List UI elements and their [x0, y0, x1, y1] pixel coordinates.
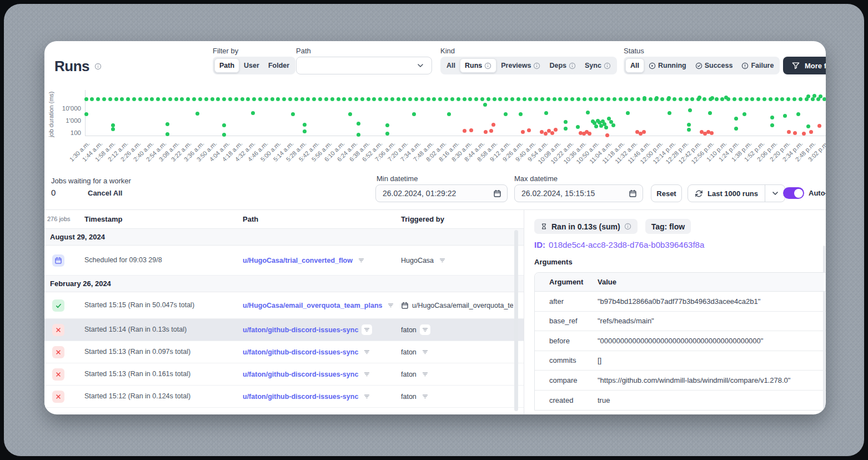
- run-id-label: ID:: [534, 240, 545, 249]
- run-row[interactable]: Started 15:13 (Ran in 0.097s total)u/fat…: [44, 341, 524, 363]
- argument-value: true: [598, 396, 610, 404]
- filter-by-path[interactable]: Path: [214, 58, 239, 73]
- argument-value: "b97b4bd12866a0b7adf77b3b4963d3acee4ca2b…: [598, 297, 760, 306]
- date-section-header: February 26, 2024: [44, 276, 524, 292]
- path-label: Path: [296, 47, 311, 55]
- argument-value: []: [598, 356, 601, 364]
- kind-runs[interactable]: Runs: [460, 58, 496, 73]
- toggle-knob: [794, 189, 803, 198]
- argument-row[interactable]: compare"https://github.com/windmill-labs…: [535, 371, 826, 391]
- argument-row[interactable]: commits[]: [535, 351, 826, 371]
- arguments-label: Arguments: [534, 258, 573, 266]
- info-icon: [604, 62, 611, 69]
- status-all[interactable]: All: [625, 58, 644, 73]
- kind-group: AllRunsPreviewsDepsSync: [440, 57, 617, 74]
- run-row[interactable]: Started 15:15 (Ran in 50.047s total)u/Hu…: [44, 292, 524, 319]
- auto-refresh-toggle[interactable]: [783, 187, 804, 199]
- filter-icon[interactable]: [420, 391, 430, 402]
- x-tick-label: 3:36 a.m.: [165, 140, 205, 180]
- filter-icon[interactable]: [362, 369, 372, 379]
- run-timestamp: Started 15:12 (Ran in 0.124s total): [84, 392, 190, 400]
- filter-icon[interactable]: [420, 324, 430, 335]
- filter-icon[interactable]: [420, 369, 430, 379]
- filter-icon[interactable]: [362, 391, 372, 402]
- run-path-link[interactable]: u/HugoCasa/email_overquota_team_plans: [243, 302, 382, 309]
- runs-table-header: 276 jobs Timestamp Path Triggered by: [44, 210, 524, 229]
- run-row[interactable]: Started 15:12 (Ran in 0.124s total)u/fat…: [44, 386, 524, 408]
- x-tick-label: 9:12 a.m.: [471, 140, 511, 180]
- run-triggered-by: faton: [401, 369, 513, 379]
- run-row[interactable]: Started 15:14 (Ran in 0.13s total)u/fato…: [44, 319, 524, 341]
- left-scrollbar[interactable]: [514, 230, 518, 411]
- run-timestamp: Started 15:13 (Ran in 0.161s total): [84, 370, 190, 378]
- status-failure[interactable]: Failure: [737, 58, 778, 73]
- x-tick-label: 2:48 p.m.: [776, 140, 816, 180]
- triggered-by-text: u/HugoCasa/email_overquota_team: [412, 302, 513, 309]
- run-path-link[interactable]: u/faton/github-discord-issues-sync: [243, 371, 358, 378]
- last-runs-main[interactable]: Last 1000 runs: [688, 185, 765, 202]
- status-running[interactable]: Running: [644, 58, 691, 73]
- calendar-icon[interactable]: [629, 189, 637, 198]
- run-row[interactable]: Scheduled for 09:03 29/8u/HugoCasa/trial…: [44, 246, 524, 276]
- run-triggered-by: faton: [401, 324, 513, 335]
- run-id[interactable]: ID:018de5c4-acc8-23d8-d76a-b0b396463f8a: [534, 240, 704, 249]
- jobs-waiting-label: Jobs waiting for a worker: [51, 177, 131, 185]
- triggered-by-text: faton: [401, 348, 417, 356]
- run-path-link[interactable]: u/faton/github-discord-issues-sync: [243, 326, 358, 334]
- filter-icon[interactable]: [362, 324, 372, 335]
- status-success[interactable]: Success: [691, 58, 737, 73]
- argument-row[interactable]: after"b97b4bd12866a0b7adf77b3b4963d3acee…: [535, 292, 826, 312]
- path-select[interactable]: [296, 57, 432, 74]
- x-tick-label: 4:04 a.m.: [191, 140, 231, 180]
- filter-by-folder[interactable]: Folder: [264, 58, 294, 73]
- argument-row[interactable]: base_ref"refs/heads/main": [535, 312, 826, 332]
- x-tick-label: 10:50 a.m.: [560, 140, 600, 180]
- filter-icon[interactable]: [356, 255, 367, 266]
- argument-row[interactable]: before"000000000000000000000000000000000…: [535, 331, 826, 351]
- min-datetime-input[interactable]: 26.02.2024, 01:29:22: [375, 184, 508, 202]
- run-timestamp: Scheduled for 09:03 29/8: [84, 256, 162, 264]
- duration-badge: Ran in 0.13s (sum): [534, 219, 638, 234]
- x-tick-label: 3:08 a.m.: [140, 140, 180, 180]
- run-path-link[interactable]: u/HugoCasa/trial_converted_flow: [243, 257, 353, 264]
- play-circle-icon: [649, 62, 656, 69]
- filter-icon[interactable]: [437, 255, 448, 266]
- filter-icon[interactable]: [362, 347, 372, 357]
- cancel-all-button[interactable]: Cancel All: [88, 189, 122, 197]
- argument-row[interactable]: createdtrue: [535, 391, 826, 411]
- argument-name: before: [535, 337, 598, 345]
- x-tick-label: 5:14 a.m.: [254, 140, 294, 180]
- kind-all[interactable]: All: [442, 58, 460, 73]
- kind-previews[interactable]: Previews: [496, 58, 545, 73]
- x-tick-label: 2:26 a.m.: [102, 140, 142, 180]
- calendar-icon[interactable]: [493, 189, 501, 198]
- reset-button[interactable]: Reset: [651, 184, 682, 202]
- run-path-link[interactable]: u/faton/github-discord-issues-sync: [243, 348, 358, 356]
- scheduled-icon: [52, 254, 64, 267]
- x-tick-label: 1:44 a.m.: [63, 140, 103, 180]
- kind-deps[interactable]: Deps: [545, 58, 580, 73]
- kind-sync[interactable]: Sync: [580, 58, 615, 73]
- hourglass-icon: [540, 223, 548, 230]
- filter-by-user[interactable]: User: [239, 58, 264, 73]
- x-tick-label: 2:06 p.m.: [739, 140, 779, 180]
- kind-label: Kind: [440, 47, 455, 55]
- filter-icon[interactable]: [385, 300, 396, 311]
- triggered-by-text: HugoCasa: [401, 257, 434, 264]
- x-tick-label: 5:56 a.m.: [293, 140, 333, 180]
- page-title: Runs: [54, 58, 102, 75]
- last-runs-caret[interactable]: [765, 185, 785, 202]
- run-row[interactable]: Started 15:13 (Ran in 0.161s total)u/fat…: [44, 363, 524, 386]
- tag-badge-text: Tag: flow: [651, 222, 685, 231]
- run-path-link[interactable]: u/faton/github-discord-issues-sync: [243, 393, 358, 401]
- filter-by-label: Filter by: [213, 47, 238, 55]
- jobs-count: 276 jobs: [47, 216, 71, 222]
- scatter-plot[interactable]: [85, 90, 826, 136]
- min-datetime-label: Min datetime: [377, 174, 418, 183]
- max-datetime-input[interactable]: 26.02.2024, 15:15:15: [514, 184, 643, 202]
- more-filters-button[interactable]: More f: [783, 57, 826, 74]
- x-tick-label: 1:24 p.m.: [700, 140, 740, 180]
- date-section-header: August 29, 2024: [44, 229, 524, 246]
- success-icon: [52, 299, 64, 312]
- filter-icon[interactable]: [420, 347, 430, 357]
